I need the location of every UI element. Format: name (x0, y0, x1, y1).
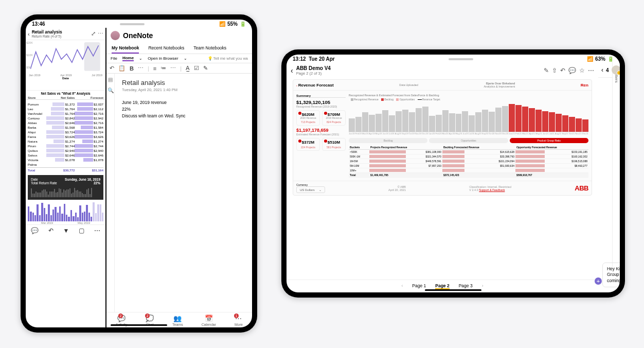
tab-home[interactable]: Home (122, 56, 134, 61)
back-icon[interactable]: ‹ (291, 66, 293, 75)
page-tab[interactable]: Page 2 (435, 283, 449, 289)
page-tab[interactable]: Page 3 (459, 283, 473, 289)
chevron-down-icon[interactable]: ⌄ (139, 56, 142, 61)
table-row[interactable]: 500K-1M$321,344,570$33,398,793$160,162,3… (349, 154, 588, 159)
filter-rail[interactable]: ‹ Filters (612, 63, 620, 267)
more-icon[interactable]: ⋯ (98, 30, 103, 37)
more-icon[interactable]: ⋯ (94, 227, 100, 234)
note-page[interactable]: Retail analysis Tuesday, April 20, 2021 … (115, 74, 252, 312)
format-toolbar: ↶ 📋 B ⋯ | ≡ ≔ ⋯ | A̲ ☑ ✎ (106, 63, 252, 74)
avatar[interactable] (111, 31, 120, 40)
numbering-icon[interactable]: ≔ (160, 65, 166, 72)
comment-icon[interactable]: 💬 (31, 227, 39, 234)
sections-icon[interactable]: ▤ (108, 77, 113, 82)
pages-icon[interactable]: ▢ (79, 227, 84, 234)
share-icon[interactable]: ⇧ (552, 67, 557, 74)
home-indicator[interactable] (111, 324, 167, 326)
star-icon[interactable]: ☆ (579, 67, 585, 74)
page-tab[interactable]: Page 1 (412, 283, 426, 289)
back-icon[interactable]: ‹ (296, 84, 297, 87)
data-table[interactable]: Pomum $1,372 $2,037Leo $1,764 $2,112VanA… (26, 100, 105, 172)
more-icon[interactable]: ⋯ (170, 65, 176, 72)
kpi-card[interactable]: $709M2019 Revenue824 Projects (322, 110, 346, 126)
chevron-down-icon[interactable]: ⌄ (184, 56, 187, 61)
pill-product-group[interactable]: Product Group Ratio (510, 138, 588, 143)
table-row[interactable]: Natura $1,274 $1,274 (28, 139, 103, 144)
page-title[interactable]: Retail analysis (122, 79, 245, 86)
table-row[interactable]: Barba $1,568 $1,584 (28, 125, 103, 130)
ribbon-tabs: File Home ⌄ Open in Browser ⌄ 💡 Tell me … (106, 54, 252, 63)
tab-team[interactable]: Team Notebooks (193, 43, 226, 54)
currency-select[interactable]: US Dollars⌄ (296, 186, 325, 193)
table-row[interactable]: Pirum $2,744 $2,744 (28, 144, 103, 148)
support-link[interactable]: Support & Feedback (479, 188, 505, 192)
tab-file[interactable]: File (111, 56, 117, 61)
table-row[interactable]: Victoria $1,078 $1,078 (28, 158, 103, 162)
powerbi-pane: ‹ ABB Demo V4 Page 2 (2 of 3) ✎ ⇧ ↶ 💬 ☆ … (287, 63, 598, 292)
tags-icon[interactable]: ☑ (194, 65, 199, 72)
message-input[interactable]: Hey Kisa, let's focus on Product Group r… (602, 263, 620, 287)
multitask-pill[interactable] (449, 58, 473, 60)
table-row[interactable]: Palma (28, 162, 103, 167)
multitask-pill[interactable] (120, 23, 145, 25)
bucket-table[interactable]: Buckets Projects Recognized Revenue Back… (349, 145, 588, 178)
bar-chart[interactable]: Mar 2019 May 2019 (26, 200, 105, 224)
combo-chart[interactable] (349, 102, 588, 132)
pencil-icon[interactable]: ✎ (544, 67, 549, 74)
pill-opportunities[interactable]: Opportunities (429, 138, 508, 143)
ink-icon[interactable]: ✎ (203, 65, 208, 72)
pbi-titlebar: ‹ Retail analysis Return Rate (4 of 5) ⤢… (26, 28, 105, 40)
back-icon[interactable]: ‹ (601, 66, 603, 74)
next-page-icon[interactable]: › (482, 283, 484, 289)
undo-icon[interactable]: ↶ (560, 67, 565, 74)
undo-icon[interactable]: ↶ (110, 65, 114, 72)
search-icon[interactable]: 🔍 (108, 88, 114, 93)
table-row[interactable]: Quibus $2,940 $2,940 (28, 148, 103, 153)
undo-icon[interactable]: ↶ (48, 227, 53, 234)
table-row[interactable]: 1M-5M$449,578,591$221,154,094$196,515,08… (349, 159, 588, 164)
more-icon[interactable]: ⋯ (138, 65, 144, 72)
kpi-card[interactable]: $620M2020 Revenue713 Projects (296, 110, 320, 126)
table-row[interactable]: Salvus $2,646 $2,646 (28, 153, 103, 158)
line-chart[interactable]: $20K $10K $0K Jan 2019 Apr 2019 Jul 2019… (26, 40, 105, 91)
table-row[interactable]: Contoso $2,842 $2,942 (28, 116, 103, 120)
styles-icon[interactable]: A̲ (186, 65, 190, 72)
table-row[interactable]: Pomum $1,372 $2,037 (28, 102, 103, 107)
nav-tab[interactable]: 👥Teams (172, 315, 183, 326)
kpi-card[interactable]: $372M224 Projects (296, 138, 320, 151)
table-row[interactable]: Abbas $2,646 $2,716 (28, 120, 103, 125)
home-indicator[interactable] (425, 289, 481, 291)
table-row[interactable]: <500K$381,108,000$14,615,628$153,191,185 (349, 150, 588, 154)
tab-recent[interactable]: Recent Notebooks (148, 43, 184, 54)
attach-icon[interactable]: + (595, 277, 602, 285)
status-bar: 13:12 Tue 20 Apr 📶 63% 🔋 (287, 55, 620, 63)
refresh-label[interactable]: Ren (581, 83, 588, 88)
table-row[interactable]: Aliqui $3,724 $3,724 (28, 130, 103, 134)
table-row[interactable]: 10M+ (349, 168, 588, 173)
comment-icon[interactable]: 💬 (568, 67, 576, 74)
filter-icon[interactable]: ▼ (63, 227, 69, 234)
table-row[interactable]: VanArsdel $1,764 $2,716 (28, 111, 103, 116)
pill-backlog[interactable]: Backlog (349, 138, 427, 143)
line-chart-svg (28, 41, 103, 73)
bold-button[interactable]: B (130, 65, 134, 72)
tell-me[interactable]: Tell me what you wa (213, 56, 248, 61)
back-icon[interactable]: ‹ (28, 31, 30, 37)
table-row[interactable]: 5M-10M$7,857,253$51,930,634$8,463,277 (349, 164, 588, 168)
nav-tab[interactable]: ⋯More1 (235, 315, 243, 326)
clock: 13:46 (32, 21, 45, 27)
kpi-card[interactable]: $510M581 Projects (322, 138, 346, 151)
tab-open-browser[interactable]: Open in Browser (148, 56, 178, 61)
powerbi-pane: ‹ Retail analysis Return Rate (4 of 5) ⤢… (26, 28, 105, 327)
more-icon[interactable]: ⋯ (588, 67, 594, 74)
table-row[interactable]: Fama $3,626 $3,626 (28, 134, 103, 139)
clipboard-icon[interactable]: 📋 (118, 65, 126, 72)
tab-my-notebook[interactable]: My Notebook (112, 43, 139, 54)
nav-tab[interactable]: 📅Calendar (202, 315, 216, 326)
avatar[interactable] (612, 65, 620, 75)
table-row[interactable]: Leo $1,764 $2,112 (28, 107, 103, 111)
bullets-icon[interactable]: ≡ (153, 65, 156, 72)
report-canvas[interactable]: ‹ Revenue Forecast Data Uploaded Bjarte … (293, 79, 592, 196)
expand-icon[interactable]: ⤢ (91, 30, 96, 37)
prev-page-icon[interactable]: ‹ (401, 283, 403, 289)
